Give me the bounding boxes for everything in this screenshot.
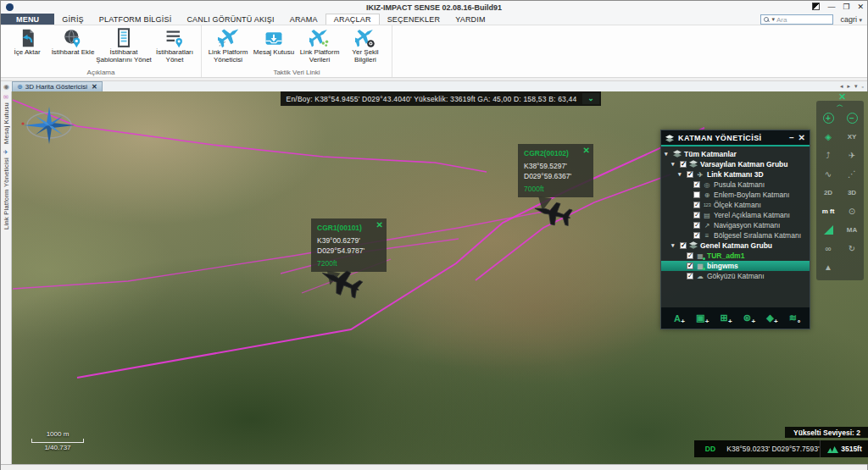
plane-button[interactable]: ✈ [840,146,864,164]
layer-item-olcek[interactable]: 123Ölçek Katmanı [661,200,810,210]
checkbox[interactable] [680,161,687,168]
checkbox[interactable] [693,232,700,239]
tab-scroll-right-icon[interactable]: ▸ [847,83,850,90]
tab-arama[interactable]: ARAMA [282,14,326,25]
scale-line [31,439,84,443]
checkbox[interactable] [693,212,700,218]
dock-tab-mesaj-kutusu[interactable]: ✉ Mesaj Kutusu [3,94,10,144]
minimize-button[interactable]: — [827,2,835,12]
tab-list-dropdown-icon[interactable]: ▾ [854,83,858,90]
expand-icon[interactable]: ▾ [671,242,677,249]
map-3d-view[interactable]: En/Boy: K38°54.9455' D029°43.4040' Yükse… [12,91,868,464]
link-platform-verileri-button[interactable]: Link Platform Verileri [297,27,342,64]
tab-scroll-left-icon[interactable]: ◂ [840,83,843,90]
layer-item-navigasyon[interactable]: ↗Navigasyon Katmanı [661,220,810,230]
layer-item-tum-katmanlar[interactable]: ▾Tüm Katmanlar [661,149,810,159]
layer-item-gokyuzu[interactable]: ☁Gökyüzü Katmanı [661,271,810,281]
infobar-collapse-icon[interactable]: ⌄ [582,93,599,104]
view-2d-button[interactable]: 2D [816,183,840,202]
tab-menu[interactable]: MENU [1,14,54,25]
aircraft-cgr1[interactable] [317,265,366,299]
istihbarat-ekle-button[interactable]: İstihbarat Ekle [50,27,96,57]
layer-item-bolgesel-siralama[interactable]: ≡Bölgesel Sıralama Katmanı [661,230,810,241]
layer-item-varsayilan-grubu[interactable]: ▾Varsayılan Katman Grubu [661,159,810,169]
panel-minimize-icon[interactable]: – [789,134,794,142]
checkbox[interactable] [687,171,693,178]
dock-tab-link-platform-yoneticisi[interactable]: ✈ Link Platform Yöneticisi [3,149,10,229]
terrain-profile-button[interactable] [816,220,840,239]
layer-settings-button[interactable]: ≋∘ [789,312,797,323]
search-input[interactable] [776,16,827,24]
track-label-cgr1[interactable]: ✕ CGR1(00101) K39°00.6279' D029°54.9787'… [311,218,387,272]
tab-giris[interactable]: GİRİŞ [54,14,92,25]
close-icon[interactable]: ✕ [583,146,590,155]
dock-pin-icon[interactable]: ◉ [1,81,12,91]
yer-sekil-bilgileri-button[interactable]: Yer Şekil Bilgileri [342,27,388,64]
tab-secenekler[interactable]: SEÇENEKLER [380,14,448,25]
restore-button[interactable]: ❐ [843,2,849,12]
coordinate-format-button[interactable]: DD [694,445,726,453]
add-image-layer-button[interactable]: ▣+ [696,312,704,323]
istihbarat-sablonlarini-yonet-button[interactable]: İstihbarat Şablonlarını Yönet [96,27,152,64]
layer-item-genel-grubu[interactable]: ▾Genel Katman Grubu [661,241,810,251]
add-layer-button[interactable]: ◈+ [766,312,773,323]
tab-araclar[interactable]: ARAÇLAR [326,14,380,25]
rotate-tool-button[interactable]: ↻ [840,239,864,257]
elevation-button[interactable]: ▲ [816,257,840,276]
theme-toggle-icon[interactable] [812,3,820,10]
tab-close-icon[interactable]: ✕ [92,83,97,91]
checkbox[interactable] [693,191,700,198]
close-icon[interactable]: ✕ [376,220,383,229]
tab-3d-harita-gostericisi[interactable]: ⊕ 3D Harita Göstericisi ✕ [12,81,103,91]
search-scope-dropdown-icon[interactable]: ▾ [771,16,775,23]
ice-aktar-button[interactable]: İçe Aktar [4,27,50,57]
expand-icon[interactable]: ▾ [665,151,670,158]
checkbox[interactable] [687,263,693,269]
layer-item-yerel-aciklama[interactable]: ▤Yerel Açıklama Katmanı [661,210,810,220]
checkbox[interactable] [693,202,700,208]
orbit-search-button[interactable]: ⊙ [840,202,864,220]
tab-platform-bilgisi[interactable]: PLATFORM BİLGİSİ [92,14,180,25]
close-button[interactable]: ✕ [857,2,864,12]
checkbox[interactable] [687,252,693,259]
link-platform-yoneticisi-button[interactable]: Link Platform Yöneticisi [205,27,251,64]
route-draw-button[interactable]: ∿ [816,164,840,183]
istihbaratlari-yonet-button[interactable]: İstihbaratları Yönet [152,27,198,64]
checkbox[interactable] [693,222,700,229]
layer-panel-header[interactable]: KATMAN YÖNETİCİSİ – ✕ [661,130,810,147]
tab-yardim[interactable]: YARDIM [448,14,493,25]
measure-xy-button[interactable]: XY [840,127,864,146]
altitude-readout: 3515ft [820,440,868,457]
units-button[interactable]: m ft [816,202,840,220]
tab-canli-goruntu-akisi[interactable]: CANLI GÖRÜNTÜ AKIŞI [179,14,281,25]
route-nodes-button[interactable]: ⋰ [840,164,864,183]
panel-close-icon[interactable]: ✕ [798,134,805,142]
zoom-out-button[interactable]: − [840,108,864,127]
layer-item-enlem-boylam[interactable]: ⊕Enlem-Boylam Katmanı [661,190,810,200]
mesaj-kutusu-button[interactable]: Mesaj Kutusu [251,27,297,57]
checkbox[interactable] [680,242,687,249]
expand-icon[interactable]: ▾ [678,171,684,178]
track-label-cgr2[interactable]: ✕ CGR2(00102) K38°59.5297' D029°59.6367'… [518,144,593,197]
link-tool-button[interactable]: ∞ [816,239,840,257]
search-box[interactable]: ▾ [760,14,833,25]
add-annotation-button[interactable]: A+ [674,313,681,323]
expand-icon[interactable]: ▾ [671,161,677,168]
tab-float-icon[interactable]: ▫ [862,84,864,90]
measure-area-button[interactable]: MA [840,220,864,239]
layers-button[interactable]: ◈ [816,127,840,146]
add-pin-button[interactable]: ⊚+ [743,312,751,323]
layer-item-tur-adm1[interactable]: ▦TUR_adm1 [661,251,810,261]
layer-item-bingwms[interactable]: ▦bingwms [661,261,810,271]
add-diagram-button[interactable]: ⊞+ [721,312,728,323]
layer-item-pusula[interactable]: ◎Pusula Katmanı [661,180,810,190]
aircraft-cgr2[interactable] [531,198,576,229]
layer-item-link-katmani-3d[interactable]: ▾✈Link Katmanı 3D [661,169,810,180]
toolbar-collapse-icon[interactable]: ︿ [816,102,864,108]
zoom-in-button[interactable]: + [816,108,840,127]
view-3d-button[interactable]: 3D [840,183,864,202]
checkbox[interactable] [693,181,700,188]
user-menu[interactable]: cagri ▾ [840,15,862,24]
platform-arm-button[interactable]: ⤴ [816,146,840,164]
checkbox[interactable] [687,273,693,279]
